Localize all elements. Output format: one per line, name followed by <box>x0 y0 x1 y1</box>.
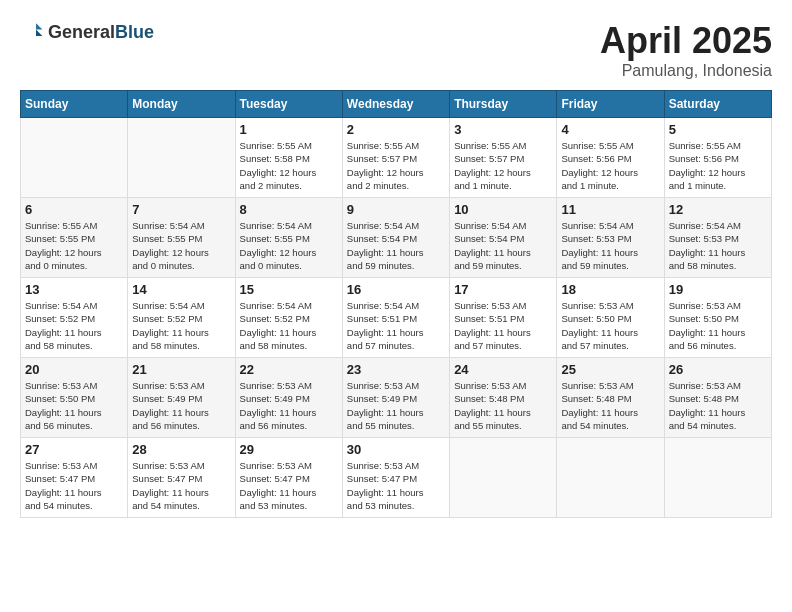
weekday-header-saturday: Saturday <box>664 91 771 118</box>
calendar-cell: 21Sunrise: 5:53 AM Sunset: 5:49 PM Dayli… <box>128 358 235 438</box>
day-info: Sunrise: 5:54 AM Sunset: 5:52 PM Dayligh… <box>25 299 123 352</box>
day-info: Sunrise: 5:54 AM Sunset: 5:53 PM Dayligh… <box>561 219 659 272</box>
calendar-cell: 14Sunrise: 5:54 AM Sunset: 5:52 PM Dayli… <box>128 278 235 358</box>
calendar-week-row: 1Sunrise: 5:55 AM Sunset: 5:58 PM Daylig… <box>21 118 772 198</box>
day-number: 13 <box>25 282 123 297</box>
day-number: 26 <box>669 362 767 377</box>
month-title: April 2025 <box>600 20 772 62</box>
calendar-cell: 27Sunrise: 5:53 AM Sunset: 5:47 PM Dayli… <box>21 438 128 518</box>
day-info: Sunrise: 5:55 AM Sunset: 5:56 PM Dayligh… <box>561 139 659 192</box>
calendar-cell: 11Sunrise: 5:54 AM Sunset: 5:53 PM Dayli… <box>557 198 664 278</box>
svg-marker-1 <box>36 30 42 36</box>
calendar-cell: 7Sunrise: 5:54 AM Sunset: 5:55 PM Daylig… <box>128 198 235 278</box>
day-info: Sunrise: 5:53 AM Sunset: 5:47 PM Dayligh… <box>132 459 230 512</box>
day-number: 3 <box>454 122 552 137</box>
calendar-cell: 6Sunrise: 5:55 AM Sunset: 5:55 PM Daylig… <box>21 198 128 278</box>
day-info: Sunrise: 5:53 AM Sunset: 5:49 PM Dayligh… <box>240 379 338 432</box>
calendar-cell <box>128 118 235 198</box>
day-number: 4 <box>561 122 659 137</box>
day-info: Sunrise: 5:53 AM Sunset: 5:47 PM Dayligh… <box>240 459 338 512</box>
day-number: 2 <box>347 122 445 137</box>
day-info: Sunrise: 5:53 AM Sunset: 5:47 PM Dayligh… <box>347 459 445 512</box>
calendar-week-row: 27Sunrise: 5:53 AM Sunset: 5:47 PM Dayli… <box>21 438 772 518</box>
day-info: Sunrise: 5:53 AM Sunset: 5:47 PM Dayligh… <box>25 459 123 512</box>
calendar-cell: 29Sunrise: 5:53 AM Sunset: 5:47 PM Dayli… <box>235 438 342 518</box>
calendar-cell: 20Sunrise: 5:53 AM Sunset: 5:50 PM Dayli… <box>21 358 128 438</box>
title-area: April 2025 Pamulang, Indonesia <box>600 20 772 80</box>
calendar-cell: 5Sunrise: 5:55 AM Sunset: 5:56 PM Daylig… <box>664 118 771 198</box>
day-info: Sunrise: 5:53 AM Sunset: 5:50 PM Dayligh… <box>669 299 767 352</box>
day-number: 17 <box>454 282 552 297</box>
day-number: 20 <box>25 362 123 377</box>
calendar-header-row: SundayMondayTuesdayWednesdayThursdayFrid… <box>21 91 772 118</box>
weekday-header-sunday: Sunday <box>21 91 128 118</box>
weekday-header-tuesday: Tuesday <box>235 91 342 118</box>
day-info: Sunrise: 5:53 AM Sunset: 5:51 PM Dayligh… <box>454 299 552 352</box>
calendar-cell <box>557 438 664 518</box>
weekday-header-friday: Friday <box>557 91 664 118</box>
day-number: 23 <box>347 362 445 377</box>
location-title: Pamulang, Indonesia <box>600 62 772 80</box>
calendar-cell: 1Sunrise: 5:55 AM Sunset: 5:58 PM Daylig… <box>235 118 342 198</box>
day-info: Sunrise: 5:54 AM Sunset: 5:52 PM Dayligh… <box>132 299 230 352</box>
day-number: 22 <box>240 362 338 377</box>
day-number: 15 <box>240 282 338 297</box>
calendar-week-row: 20Sunrise: 5:53 AM Sunset: 5:50 PM Dayli… <box>21 358 772 438</box>
day-info: Sunrise: 5:55 AM Sunset: 5:57 PM Dayligh… <box>347 139 445 192</box>
day-info: Sunrise: 5:53 AM Sunset: 5:49 PM Dayligh… <box>132 379 230 432</box>
day-info: Sunrise: 5:54 AM Sunset: 5:52 PM Dayligh… <box>240 299 338 352</box>
logo-text-general: General <box>48 22 115 42</box>
calendar-cell <box>21 118 128 198</box>
calendar-cell: 18Sunrise: 5:53 AM Sunset: 5:50 PM Dayli… <box>557 278 664 358</box>
calendar-cell <box>664 438 771 518</box>
calendar-cell: 4Sunrise: 5:55 AM Sunset: 5:56 PM Daylig… <box>557 118 664 198</box>
day-number: 9 <box>347 202 445 217</box>
day-number: 5 <box>669 122 767 137</box>
logo-text-blue: Blue <box>115 22 154 42</box>
calendar-cell: 15Sunrise: 5:54 AM Sunset: 5:52 PM Dayli… <box>235 278 342 358</box>
day-info: Sunrise: 5:55 AM Sunset: 5:57 PM Dayligh… <box>454 139 552 192</box>
day-info: Sunrise: 5:53 AM Sunset: 5:50 PM Dayligh… <box>25 379 123 432</box>
calendar-cell: 28Sunrise: 5:53 AM Sunset: 5:47 PM Dayli… <box>128 438 235 518</box>
calendar-week-row: 6Sunrise: 5:55 AM Sunset: 5:55 PM Daylig… <box>21 198 772 278</box>
logo-icon <box>20 20 44 44</box>
calendar-cell: 8Sunrise: 5:54 AM Sunset: 5:55 PM Daylig… <box>235 198 342 278</box>
day-info: Sunrise: 5:55 AM Sunset: 5:58 PM Dayligh… <box>240 139 338 192</box>
day-number: 27 <box>25 442 123 457</box>
weekday-header-wednesday: Wednesday <box>342 91 449 118</box>
day-info: Sunrise: 5:54 AM Sunset: 5:54 PM Dayligh… <box>454 219 552 272</box>
day-number: 25 <box>561 362 659 377</box>
weekday-header-monday: Monday <box>128 91 235 118</box>
day-number: 14 <box>132 282 230 297</box>
day-info: Sunrise: 5:54 AM Sunset: 5:53 PM Dayligh… <box>669 219 767 272</box>
day-number: 7 <box>132 202 230 217</box>
calendar-cell: 25Sunrise: 5:53 AM Sunset: 5:48 PM Dayli… <box>557 358 664 438</box>
day-info: Sunrise: 5:54 AM Sunset: 5:54 PM Dayligh… <box>347 219 445 272</box>
day-info: Sunrise: 5:54 AM Sunset: 5:55 PM Dayligh… <box>132 219 230 272</box>
calendar-cell: 19Sunrise: 5:53 AM Sunset: 5:50 PM Dayli… <box>664 278 771 358</box>
calendar-cell: 23Sunrise: 5:53 AM Sunset: 5:49 PM Dayli… <box>342 358 449 438</box>
calendar-week-row: 13Sunrise: 5:54 AM Sunset: 5:52 PM Dayli… <box>21 278 772 358</box>
calendar-cell: 17Sunrise: 5:53 AM Sunset: 5:51 PM Dayli… <box>450 278 557 358</box>
calendar-cell: 9Sunrise: 5:54 AM Sunset: 5:54 PM Daylig… <box>342 198 449 278</box>
day-number: 29 <box>240 442 338 457</box>
day-info: Sunrise: 5:53 AM Sunset: 5:49 PM Dayligh… <box>347 379 445 432</box>
calendar-cell <box>450 438 557 518</box>
calendar-cell: 22Sunrise: 5:53 AM Sunset: 5:49 PM Dayli… <box>235 358 342 438</box>
day-number: 6 <box>25 202 123 217</box>
calendar-cell: 13Sunrise: 5:54 AM Sunset: 5:52 PM Dayli… <box>21 278 128 358</box>
calendar-cell: 30Sunrise: 5:53 AM Sunset: 5:47 PM Dayli… <box>342 438 449 518</box>
day-info: Sunrise: 5:53 AM Sunset: 5:48 PM Dayligh… <box>669 379 767 432</box>
calendar-cell: 26Sunrise: 5:53 AM Sunset: 5:48 PM Dayli… <box>664 358 771 438</box>
day-number: 30 <box>347 442 445 457</box>
day-info: Sunrise: 5:53 AM Sunset: 5:48 PM Dayligh… <box>561 379 659 432</box>
day-number: 10 <box>454 202 552 217</box>
logo: GeneralBlue <box>20 20 154 44</box>
day-number: 1 <box>240 122 338 137</box>
day-number: 19 <box>669 282 767 297</box>
day-info: Sunrise: 5:53 AM Sunset: 5:50 PM Dayligh… <box>561 299 659 352</box>
svg-marker-0 <box>36 23 42 29</box>
weekday-header-thursday: Thursday <box>450 91 557 118</box>
calendar-cell: 2Sunrise: 5:55 AM Sunset: 5:57 PM Daylig… <box>342 118 449 198</box>
day-info: Sunrise: 5:54 AM Sunset: 5:51 PM Dayligh… <box>347 299 445 352</box>
